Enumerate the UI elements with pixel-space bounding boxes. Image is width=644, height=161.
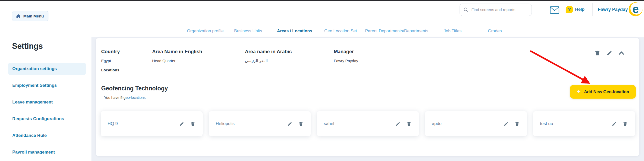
edit-geo-location-button[interactable]	[287, 121, 293, 127]
header-divider	[592, 3, 593, 16]
delete-geo-location-button[interactable]	[622, 121, 628, 127]
geo-location-card: Heliopolis	[209, 111, 311, 136]
tab-geo-location-set[interactable]: Geo Location Set	[324, 25, 357, 38]
field-country: Country Egypt	[101, 49, 120, 63]
search-input[interactable]	[471, 7, 528, 12]
geo-location-card: sahel	[317, 111, 419, 136]
field-area-name-arabic: Area name in Arabic المقر الرئيسى	[245, 49, 292, 63]
tab-bar: Organization profile Business Units Area…	[187, 25, 502, 38]
tab-areas-locations[interactable]: Areas / Locations	[273, 25, 316, 38]
edit-pencil-icon	[287, 121, 292, 126]
locations-section-label: Locations	[101, 68, 119, 72]
header: ? Help Fawry Payday e Organization profi…	[91, 1, 644, 37]
add-geo-label: Add New Geo-location	[584, 89, 629, 94]
svg-text:e: e	[632, 3, 639, 16]
edit-geo-location-button[interactable]	[503, 121, 509, 127]
geo-location-name: Heliopolis	[216, 121, 287, 126]
help-question-icon: ?	[566, 6, 573, 13]
field-value: Fawry Payday	[334, 59, 358, 63]
fawry-payday-logo[interactable]: e	[628, 2, 643, 17]
delete-area-button[interactable]	[594, 50, 600, 56]
field-value: المقر الرئيسى	[245, 59, 292, 63]
home-icon	[16, 14, 21, 18]
sidebar-item-leave-management[interactable]: Leave management	[8, 96, 86, 108]
delete-trash-icon	[190, 121, 195, 127]
field-value: Egypt	[101, 59, 120, 63]
edit-pencil-icon	[504, 121, 508, 126]
collapse-area-button[interactable]	[618, 50, 625, 56]
search-icon	[463, 7, 469, 12]
field-value: Head Quarter	[152, 59, 202, 63]
tab-grades[interactable]: Grades	[488, 25, 502, 38]
tab-business-units[interactable]: Business Units	[234, 25, 262, 38]
main-menu-label: Main Menu	[23, 14, 44, 18]
plus-icon: +	[577, 88, 581, 95]
help-button[interactable]: ? Help	[566, 6, 585, 13]
geo-location-name: HQ 9	[108, 121, 179, 126]
field-area-name-english: Area Name in English Head Quarter	[152, 49, 202, 63]
edit-pencil-icon	[396, 121, 400, 126]
app-root: Main Menu Settings Organization settings…	[0, 0, 644, 161]
delete-geo-location-button[interactable]	[514, 121, 520, 127]
edit-area-button[interactable]	[606, 50, 612, 56]
tab-parent-departments[interactable]: Parent Departments/Departments	[365, 25, 428, 38]
search-box[interactable]	[460, 4, 532, 16]
delete-trash-icon	[595, 50, 600, 56]
edit-geo-location-button[interactable]	[611, 121, 617, 127]
geo-location-name: sahel	[324, 121, 395, 126]
add-new-geo-location-button[interactable]: + Add New Geo-location	[570, 85, 636, 99]
geofencing-count: You have 5 geo-locations	[104, 96, 146, 100]
sidebar-item-attendance-rule[interactable]: Attendance Rule	[8, 129, 86, 142]
geo-location-name: test uu	[540, 121, 611, 126]
delete-geo-location-button[interactable]	[406, 121, 412, 127]
sidebar-item-payroll-management[interactable]: Payroll management	[8, 146, 86, 158]
delete-trash-icon	[407, 121, 411, 127]
chevron-up-icon	[619, 51, 624, 55]
mail-icon[interactable]	[550, 6, 559, 14]
delete-geo-location-button[interactable]	[190, 121, 196, 127]
help-label: Help	[575, 7, 585, 12]
field-label: Country	[101, 49, 120, 54]
sidebar-item-organization-settings[interactable]: Organization settings	[8, 63, 86, 75]
area-actions	[594, 50, 625, 56]
edit-geo-location-button[interactable]	[395, 121, 401, 127]
page-title: Settings	[12, 42, 43, 51]
field-label: Area Name in English	[152, 49, 202, 54]
tab-organization-profile[interactable]: Organization profile	[187, 25, 224, 38]
brand-name: Fawry Payday	[598, 7, 628, 12]
edit-pencil-icon	[179, 121, 184, 126]
sidebar-nav: Organization settings Employment Setting…	[0, 63, 91, 161]
geo-location-card: test uu	[533, 111, 635, 136]
field-label: Manager	[334, 49, 358, 54]
edit-pencil-icon	[607, 50, 612, 56]
geo-location-name: apdo	[432, 121, 503, 126]
sidebar-item-employment-settings[interactable]: Employment Settings	[8, 79, 86, 92]
edit-geo-location-button[interactable]	[179, 121, 185, 127]
main-content-area: Country Egypt Area Name in English Head …	[91, 37, 644, 161]
field-label: Area name in Arabic	[245, 49, 292, 54]
area-panel: Country Egypt Area Name in English Head …	[96, 38, 639, 156]
main-menu-button[interactable]: Main Menu	[12, 11, 48, 21]
sidebar: Main Menu Settings Organization settings…	[0, 1, 91, 161]
edit-pencil-icon	[612, 121, 617, 126]
field-manager: Manager Fawry Payday	[334, 49, 358, 63]
delete-geo-location-button[interactable]	[298, 121, 304, 127]
tab-job-titles[interactable]: Job Titles	[444, 25, 462, 38]
geo-location-card: apdo	[425, 111, 527, 136]
delete-trash-icon	[515, 121, 520, 127]
sidebar-item-requests-configurations[interactable]: Requests Configurations	[8, 113, 86, 125]
delete-trash-icon	[298, 121, 303, 127]
delete-trash-icon	[623, 121, 628, 127]
geofencing-title: Geofencing Technology	[101, 85, 168, 92]
geo-location-card: HQ 9	[101, 111, 203, 136]
